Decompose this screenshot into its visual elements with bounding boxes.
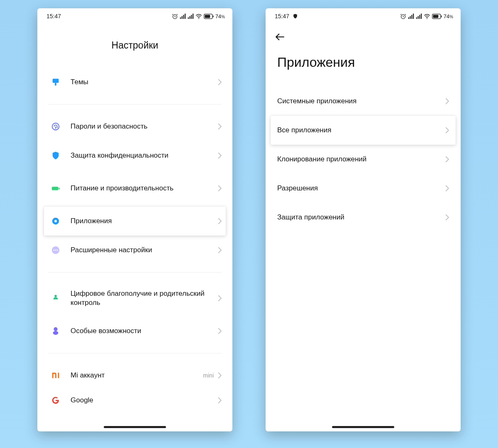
status-time: 15:47 [275, 13, 289, 19]
svg-point-9 [198, 18, 199, 19]
settings-item-themes[interactable]: Темы [37, 68, 232, 97]
chevron-right-icon [218, 247, 222, 253]
chevron-right-icon [445, 156, 449, 163]
settings-item-power[interactable]: Питание и производительность [37, 170, 232, 207]
status-time: 15:47 [46, 13, 61, 19]
svg-rect-1 [180, 17, 181, 19]
apps-item-cloning[interactable]: Клонирование приложений [266, 145, 461, 174]
svg-point-26 [53, 331, 59, 335]
back-button[interactable] [275, 32, 286, 41]
signal-icon [408, 13, 414, 19]
chevron-right-icon [445, 127, 449, 134]
svg-rect-35 [421, 13, 422, 19]
shield-icon [48, 151, 63, 160]
row-label: Mi аккаунт [63, 371, 203, 380]
row-label: Защита приложений [277, 213, 445, 222]
settings-item-advanced[interactable]: Расширенные настройки [37, 236, 232, 265]
svg-rect-4 [185, 13, 186, 19]
row-label: Питание и производительность [63, 184, 218, 193]
battery-percent: 74% [215, 13, 225, 19]
chevron-right-icon [218, 185, 222, 192]
svg-rect-17 [59, 187, 59, 190]
settings-item-passwords[interactable]: Пароли и безопасность [37, 112, 232, 141]
row-label: Защита конфиденциальности [63, 151, 218, 160]
page-title: Настройки [37, 24, 232, 68]
row-label: Темы [63, 78, 218, 87]
svg-rect-12 [212, 15, 213, 17]
battery-icon [204, 14, 214, 19]
svg-rect-33 [417, 16, 418, 19]
home-indicator[interactable] [332, 426, 394, 428]
svg-point-22 [55, 250, 56, 251]
chevron-right-icon [218, 328, 222, 334]
row-label: Системные приложения [277, 97, 445, 106]
chevron-right-icon [218, 295, 222, 302]
svg-rect-16 [52, 187, 59, 190]
apps-screen: 15:47 74% Приложения Системные приложени… [266, 8, 461, 431]
wifi-icon [195, 13, 202, 19]
svg-rect-39 [441, 15, 442, 17]
svg-rect-29 [410, 16, 410, 19]
svg-point-36 [427, 18, 427, 19]
settings-item-privacy[interactable]: Защита конфиденциальности [37, 141, 232, 170]
row-label: Клонирование приложений [277, 155, 445, 164]
svg-rect-30 [411, 15, 412, 19]
svg-rect-28 [408, 17, 409, 19]
divider [48, 272, 222, 273]
svg-rect-31 [413, 13, 414, 19]
svg-rect-34 [419, 15, 420, 19]
chevron-right-icon [218, 218, 222, 224]
apps-item-system[interactable]: Системные приложения [266, 87, 461, 116]
apps-item-protection[interactable]: Защита приложений [266, 203, 461, 232]
svg-point-25 [54, 327, 57, 331]
signal-icon [180, 13, 186, 19]
svg-rect-11 [205, 15, 210, 17]
divider [48, 104, 222, 105]
row-label: Разрешения [277, 184, 445, 193]
row-label: Расширенные настройки [63, 246, 218, 255]
battery-icon [432, 14, 442, 19]
chevron-right-icon [218, 123, 222, 130]
status-icons-right: 74% [400, 13, 453, 19]
row-label: Цифровое благополучие и родительский кон… [63, 289, 218, 307]
row-label: Все приложения [277, 126, 445, 135]
settings-item-mi-account[interactable]: Mi аккаунт mini [37, 361, 232, 390]
gear-icon [48, 217, 63, 226]
svg-rect-32 [416, 17, 417, 19]
svg-rect-13 [53, 79, 59, 83]
alarm-icon [400, 13, 406, 19]
svg-point-19 [54, 220, 57, 222]
svg-rect-2 [181, 16, 182, 19]
status-bar: 15:47 74% [37, 8, 232, 24]
settings-item-google[interactable]: Google [37, 390, 232, 411]
themes-icon [48, 78, 63, 87]
settings-item-accessibility[interactable]: Особые возможности [37, 317, 232, 346]
row-label: Приложения [63, 217, 218, 226]
chevron-right-icon [218, 372, 222, 379]
svg-point-23 [57, 250, 58, 251]
apps-item-all[interactable]: Все приложения [271, 116, 456, 145]
home-indicator[interactable] [104, 426, 166, 428]
settings-screen: 15:47 74% Настройки Темы [37, 8, 232, 431]
row-label: Особые возможности [63, 326, 218, 336]
svg-rect-3 [183, 15, 184, 19]
svg-point-21 [54, 250, 55, 251]
status-bar: 15:47 74% [266, 8, 461, 24]
apps-item-permissions[interactable]: Разрешения [266, 174, 461, 203]
page-title: Приложения [266, 43, 461, 87]
status-icons-right: 74% [172, 13, 225, 19]
svg-rect-7 [191, 15, 192, 19]
google-icon [48, 396, 63, 405]
settings-item-apps-highlighted: Приложения [44, 207, 226, 236]
row-label: Пароли и безопасность [63, 122, 218, 131]
settings-item-apps[interactable]: Приложения [44, 207, 226, 236]
apps-item-all-highlighted: Все приложения [271, 116, 456, 145]
dots-icon [48, 246, 63, 255]
svg-point-24 [54, 295, 57, 297]
chevron-right-icon [218, 79, 222, 85]
svg-rect-6 [189, 16, 190, 19]
accessibility-icon [48, 326, 63, 336]
wifi-icon [424, 13, 430, 19]
signal-icon [188, 13, 194, 19]
settings-item-wellbeing[interactable]: Цифровое благополучие и родительский кон… [37, 280, 232, 317]
